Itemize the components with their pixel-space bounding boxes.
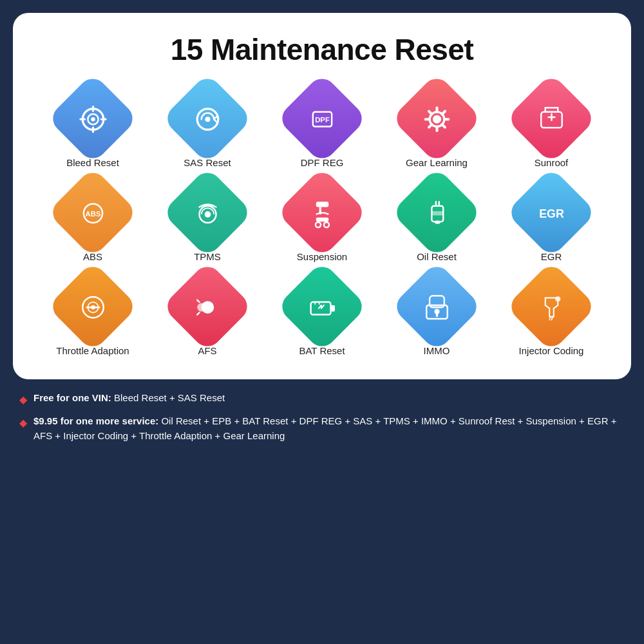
svg-point-32 [434, 308, 439, 313]
feature-item-sunroof: Sunroof [497, 86, 605, 169]
svg-point-7 [433, 115, 441, 123]
feature-item-immo: IMMO [383, 274, 491, 357]
abs-icon: ABS [72, 192, 114, 234]
sas-icon-wrap [162, 73, 252, 164]
tpms-icon [187, 192, 229, 234]
page-container: 15 Maintenance Reset Bleed Reset SAS Res… [13, 13, 631, 631]
svg-point-25 [91, 305, 95, 309]
info-row-1: ◆ $9.95 for one more service: Oil Reset … [19, 414, 625, 443]
sunroof-label: Sunroof [535, 157, 569, 169]
info-row-0: ◆ Free for one VIN: Bleed Reset + SAS Re… [19, 391, 625, 408]
sas-icon [187, 98, 229, 140]
svg-point-13 [204, 211, 211, 217]
oil-icon-wrap [391, 167, 482, 258]
svg-point-18 [323, 222, 328, 227]
svg-rect-14 [316, 201, 328, 206]
svg-rect-20 [431, 211, 443, 215]
afs-label: AFS [198, 345, 216, 357]
feature-item-suspension: Suspension [268, 180, 376, 263]
diamond-icon-0: ◆ [19, 392, 27, 408]
throttle-icon-wrap [47, 261, 138, 352]
immo-icon-wrap [391, 261, 482, 352]
bat-icon [301, 286, 343, 328]
svg-rect-21 [435, 220, 440, 223]
feature-item-dpf: DPF DPF REG [268, 86, 376, 169]
oil-label: Oil Reset [417, 251, 457, 263]
immo-label: IMMO [424, 345, 450, 357]
injector-icon [531, 286, 573, 328]
gear-label: Gear Learning [406, 157, 468, 169]
bottom-info: ◆ Free for one VIN: Bleed Reset + SAS Re… [13, 379, 631, 443]
feature-item-bat: BAT Reset [268, 274, 376, 357]
svg-point-4 [205, 116, 210, 121]
suspension-label: Suspension [297, 251, 347, 263]
dpf-icon: DPF [301, 98, 343, 140]
throttle-label: Throttle Adaption [56, 345, 129, 357]
feature-item-tpms: TPMS [153, 180, 261, 263]
feature-item-sas: SAS Reset [153, 86, 261, 169]
bleed-label: Bleed Reset [66, 157, 119, 169]
main-card: 15 Maintenance Reset Bleed Reset SAS Res… [13, 13, 631, 379]
gear-icon [416, 98, 458, 140]
feature-item-bleed: Bleed Reset [39, 86, 147, 169]
egr-label: EGR [541, 251, 562, 263]
svg-rect-33 [435, 313, 437, 316]
gear-icon-wrap [391, 73, 482, 164]
svg-point-2 [91, 117, 95, 121]
svg-rect-16 [316, 217, 328, 222]
tpms-label: TPMS [194, 251, 221, 263]
egr-icon: EGR [531, 192, 573, 234]
injector-label: Injector Coding [519, 345, 584, 357]
svg-text:EGR: EGR [539, 207, 564, 220]
tpms-icon-wrap [162, 167, 252, 258]
sunroof-icon [531, 98, 573, 140]
feature-item-gear: Gear Learning [383, 86, 491, 169]
suspension-icon-wrap [276, 167, 367, 258]
bleed-icon [72, 98, 114, 140]
svg-point-17 [315, 222, 320, 227]
afs-icon-wrap [162, 261, 252, 352]
throttle-icon [72, 286, 114, 328]
egr-icon-wrap: EGR [506, 167, 596, 258]
bleed-icon-wrap [47, 73, 138, 164]
sas-label: SAS Reset [184, 157, 231, 169]
feature-item-egr: EGR EGR [497, 180, 605, 263]
svg-rect-29 [330, 305, 335, 311]
abs-label: ABS [83, 251, 102, 263]
oil-icon [416, 192, 458, 234]
afs-icon [187, 286, 229, 328]
injector-icon-wrap [506, 261, 596, 352]
dpf-icon-wrap: DPF [276, 73, 367, 164]
svg-text:ABS: ABS [85, 209, 100, 217]
bat-icon-wrap [276, 261, 367, 352]
abs-icon-wrap: ABS [47, 167, 138, 258]
feature-item-oil: Oil Reset [383, 180, 491, 263]
svg-point-34 [555, 296, 560, 301]
immo-icon [416, 286, 458, 328]
diamond-icon-1: ◆ [19, 415, 27, 431]
page-title: 15 Maintenance Reset [39, 32, 605, 67]
features-grid: Bleed Reset SAS Reset DPF DPF REG Gear L… [39, 86, 605, 357]
info-text-1: $9.95 for one more service: Oil Reset + … [33, 414, 625, 443]
dpf-label: DPF REG [301, 157, 344, 169]
info-text-0: Free for one VIN: Bleed Reset + SAS Rese… [33, 391, 225, 406]
feature-item-afs: AFS [153, 274, 261, 357]
bat-label: BAT Reset [299, 345, 345, 357]
suspension-icon [301, 192, 343, 234]
feature-item-abs: ABS ABS [39, 180, 147, 263]
feature-item-throttle: Throttle Adaption [39, 274, 147, 357]
svg-text:DPF: DPF [315, 115, 330, 123]
feature-item-injector: Injector Coding [497, 274, 605, 357]
sunroof-icon-wrap [506, 73, 596, 164]
